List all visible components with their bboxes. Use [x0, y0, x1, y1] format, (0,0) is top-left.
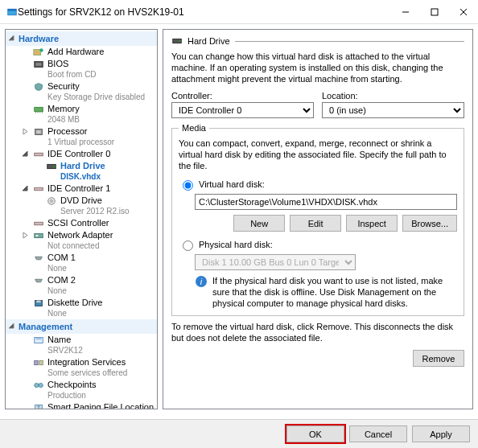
- bios-icon: [33, 60, 44, 69]
- tree-name[interactable]: Name SRV2K12: [6, 334, 157, 356]
- collapse-icon[interactable]: [8, 323, 15, 330]
- svg-point-32: [35, 383, 39, 387]
- physical-disk-info: If the physical hard disk you want to us…: [212, 275, 457, 309]
- new-button[interactable]: New: [233, 215, 285, 232]
- hardware-section-header[interactable]: Hardware: [6, 31, 157, 46]
- tree-name-sub: SRV2K12: [33, 345, 157, 356]
- radio-vhd-label: Virtual hard disk:: [199, 179, 265, 189]
- detail-panel: Hard Drive You can change how this virtu…: [163, 29, 473, 409]
- tree-com1[interactable]: COM 1 None: [6, 252, 157, 274]
- tree-security-sub: Key Storage Drive disabled: [33, 92, 157, 102]
- paging-icon: [33, 403, 44, 410]
- memory-icon: [33, 105, 44, 114]
- controller-select[interactable]: IDE Controller 0: [171, 102, 314, 118]
- tree-diskette-sub: None: [33, 308, 157, 319]
- titlebar: Settings for SRV2K12 on HVS2K19-01: [0, 0, 478, 24]
- hardware-tree[interactable]: Hardware Add Hardware BIOS Boot from CD …: [5, 29, 158, 409]
- media-fieldset: Media You can compact, convert, expand, …: [171, 123, 464, 316]
- tree-ide0[interactable]: IDE Controller 0: [6, 148, 157, 160]
- tree-paging[interactable]: Smart Paging File Location C:\ClusterSto…: [6, 401, 157, 409]
- info-icon: i: [195, 275, 208, 288]
- tree-bios[interactable]: BIOS Boot from CD: [6, 58, 157, 80]
- collapse-icon[interactable]: [22, 185, 29, 192]
- collapse-icon[interactable]: [8, 35, 15, 42]
- controller-icon: [33, 150, 44, 159]
- hard-drive-icon: [46, 162, 57, 171]
- svg-rect-17: [35, 153, 43, 156]
- physical-disk-select: Disk 1 10.00 GB Bus 0 Lun 0 Target 0: [195, 254, 356, 270]
- tree-integration[interactable]: Integration Services Some services offer…: [6, 356, 157, 379]
- location-select[interactable]: 0 (in use): [322, 102, 464, 118]
- tree-scsi[interactable]: SCSI Controller: [6, 217, 157, 229]
- window-title: Settings for SRV2K12 on HVS2K19-01: [18, 6, 391, 18]
- tree-com2-sub: None: [33, 286, 157, 296]
- management-section-header[interactable]: Management: [6, 319, 157, 334]
- svg-point-7: [39, 48, 43, 51]
- radio-virtual-hard-disk[interactable]: [183, 180, 193, 191]
- maximize-button[interactable]: [420, 0, 449, 24]
- tree-hard-drive[interactable]: Hard Drive DISK.vhdx: [6, 160, 157, 183]
- checkpoints-icon: [33, 380, 44, 390]
- svg-rect-9: [36, 63, 42, 66]
- close-button[interactable]: [449, 0, 478, 24]
- svg-rect-23: [35, 222, 43, 225]
- edit-button[interactable]: Edit: [290, 215, 341, 232]
- tree-network-sub: Not connected: [33, 240, 157, 251]
- tree-dvd-sub: Server 2012 R2.iso: [46, 206, 157, 216]
- tree-add-hardware[interactable]: Add Hardware: [6, 46, 157, 58]
- svg-rect-20: [35, 187, 43, 191]
- tree-hard-drive-sub: DISK.vhdx: [46, 171, 157, 182]
- controller-label: Controller:: [171, 91, 314, 101]
- shield-icon: [33, 82, 44, 92]
- svg-rect-31: [39, 360, 43, 364]
- tree-integration-sub: Some services offered: [33, 368, 157, 378]
- svg-rect-6: [34, 49, 41, 55]
- apply-button[interactable]: Apply: [412, 425, 470, 442]
- dialog-footer: OK Cancel Apply: [0, 419, 478, 448]
- tree-processor-sub: 1 Virtual processor: [33, 137, 157, 147]
- vhd-path-input[interactable]: [195, 194, 457, 210]
- location-label: Location:: [322, 91, 464, 101]
- remove-button[interactable]: Remove: [413, 350, 464, 367]
- dvd-icon: [46, 196, 57, 206]
- radio-physical-hard-disk[interactable]: [183, 240, 193, 251]
- tree-network[interactable]: Network Adapter Not connected: [6, 229, 157, 252]
- name-icon: [33, 335, 44, 345]
- tree-com2[interactable]: COM 2 None: [6, 274, 157, 297]
- svg-point-33: [39, 383, 43, 387]
- detail-intro: You can change how this virtual hard dis…: [171, 51, 464, 84]
- svg-rect-16: [36, 130, 40, 134]
- svg-rect-24: [35, 233, 43, 237]
- com-port-icon: [33, 276, 44, 286]
- com-port-icon: [33, 253, 44, 263]
- tree-memory[interactable]: Memory 2048 MB: [6, 103, 157, 125]
- hard-drive-icon: [171, 36, 183, 46]
- tree-processor[interactable]: Processor 1 Virtual processor: [6, 125, 157, 148]
- expand-icon[interactable]: [22, 128, 29, 135]
- add-hardware-icon: [33, 47, 44, 57]
- expand-icon[interactable]: [22, 232, 29, 239]
- cancel-button[interactable]: Cancel: [349, 425, 407, 442]
- tree-security[interactable]: Security Key Storage Drive disabled: [6, 80, 157, 103]
- tree-dvd[interactable]: DVD Drive Server 2012 R2.iso: [6, 195, 157, 217]
- detail-heading: Hard Drive: [187, 36, 230, 46]
- tree-checkpoints[interactable]: Checkpoints Production: [6, 379, 157, 401]
- processor-icon: [33, 127, 44, 137]
- diskette-icon: [33, 298, 44, 308]
- collapse-icon[interactable]: [22, 150, 29, 158]
- tree-memory-sub: 2048 MB: [33, 114, 157, 125]
- tree-bios-sub: Boot from CD: [33, 69, 157, 80]
- tree-diskette[interactable]: Diskette Drive None: [6, 297, 157, 319]
- svg-point-36: [179, 40, 181, 42]
- minimize-button[interactable]: [391, 0, 420, 24]
- app-icon: [6, 7, 18, 17]
- ok-button[interactable]: OK: [286, 425, 344, 442]
- tree-com1-sub: None: [33, 263, 157, 273]
- svg-rect-1: [8, 9, 17, 10]
- svg-rect-10: [35, 107, 43, 111]
- controller-icon: [33, 184, 44, 194]
- svg-rect-3: [431, 9, 438, 15]
- tree-ide1[interactable]: IDE Controller 1: [6, 183, 157, 195]
- inspect-button[interactable]: Inspect: [346, 215, 398, 232]
- browse-button[interactable]: Browse...: [402, 215, 457, 232]
